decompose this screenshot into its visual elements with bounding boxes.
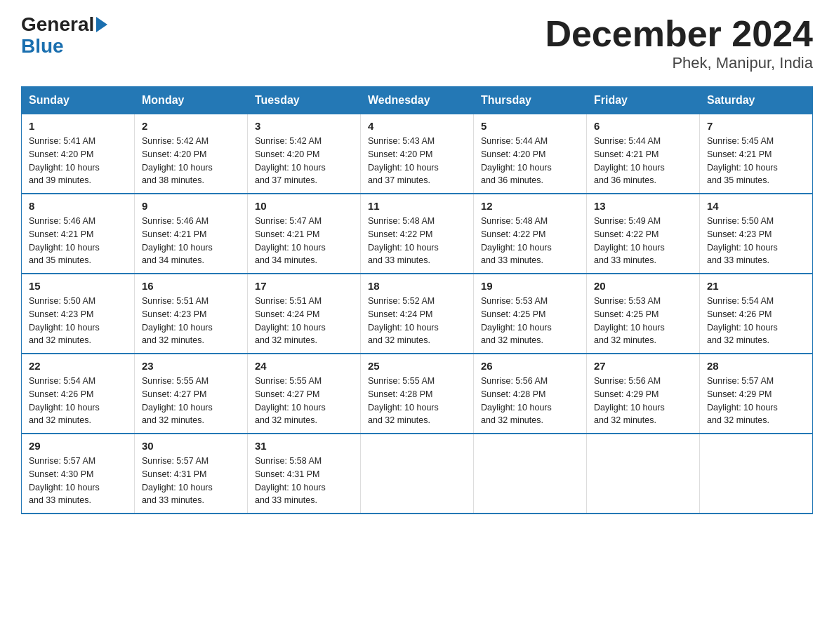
day-info: Sunrise: 5:58 AMSunset: 4:31 PMDaylight:…: [255, 456, 326, 505]
calendar-body: 1 Sunrise: 5:41 AMSunset: 4:20 PMDayligh…: [22, 114, 813, 514]
day-cell: 9 Sunrise: 5:46 AMSunset: 4:21 PMDayligh…: [135, 194, 248, 274]
day-number: 17: [255, 280, 353, 292]
header-day-wednesday: Wednesday: [361, 87, 474, 114]
day-info: Sunrise: 5:56 AMSunset: 4:28 PMDaylight:…: [481, 376, 552, 425]
day-number: 5: [481, 120, 579, 132]
day-info: Sunrise: 5:50 AMSunset: 4:23 PMDaylight:…: [29, 296, 100, 345]
day-cell: 1 Sunrise: 5:41 AMSunset: 4:20 PMDayligh…: [22, 114, 135, 194]
day-number: 4: [368, 120, 466, 132]
day-info: Sunrise: 5:49 AMSunset: 4:22 PMDaylight:…: [594, 216, 665, 265]
day-cell: 2 Sunrise: 5:42 AMSunset: 4:20 PMDayligh…: [135, 114, 248, 194]
day-info: Sunrise: 5:54 AMSunset: 4:26 PMDaylight:…: [707, 296, 778, 345]
day-number: 31: [255, 440, 353, 452]
day-number: 25: [368, 360, 466, 372]
day-info: Sunrise: 5:55 AMSunset: 4:27 PMDaylight:…: [255, 376, 326, 425]
day-number: 6: [594, 120, 692, 132]
day-number: 14: [707, 200, 805, 212]
title-block: December 2024 Phek, Manipur, India: [545, 14, 813, 72]
day-info: Sunrise: 5:53 AMSunset: 4:25 PMDaylight:…: [481, 296, 552, 345]
day-number: 9: [142, 200, 240, 212]
day-number: 11: [368, 200, 466, 212]
day-number: 10: [255, 200, 353, 212]
day-cell: 3 Sunrise: 5:42 AMSunset: 4:20 PMDayligh…: [248, 114, 361, 194]
day-info: Sunrise: 5:45 AMSunset: 4:21 PMDaylight:…: [707, 136, 778, 185]
day-number: 22: [29, 360, 127, 372]
day-info: Sunrise: 5:44 AMSunset: 4:21 PMDaylight:…: [594, 136, 665, 185]
day-cell: 8 Sunrise: 5:46 AMSunset: 4:21 PMDayligh…: [22, 194, 135, 274]
day-number: 16: [142, 280, 240, 292]
day-number: 21: [707, 280, 805, 292]
day-number: 24: [255, 360, 353, 372]
day-info: Sunrise: 5:42 AMSunset: 4:20 PMDaylight:…: [142, 136, 213, 185]
day-number: 30: [142, 440, 240, 452]
day-cell: 16 Sunrise: 5:51 AMSunset: 4:23 PMDaylig…: [135, 274, 248, 354]
day-info: Sunrise: 5:42 AMSunset: 4:20 PMDaylight:…: [255, 136, 326, 185]
day-info: Sunrise: 5:46 AMSunset: 4:21 PMDaylight:…: [142, 216, 213, 265]
day-cell: 21 Sunrise: 5:54 AMSunset: 4:26 PMDaylig…: [700, 274, 813, 354]
logo: General Blue: [21, 14, 107, 58]
header-day-saturday: Saturday: [700, 87, 813, 114]
day-info: Sunrise: 5:47 AMSunset: 4:21 PMDaylight:…: [255, 216, 326, 265]
day-cell: 18 Sunrise: 5:52 AMSunset: 4:24 PMDaylig…: [361, 274, 474, 354]
day-info: Sunrise: 5:55 AMSunset: 4:28 PMDaylight:…: [368, 376, 439, 425]
day-cell: 30 Sunrise: 5:57 AMSunset: 4:31 PMDaylig…: [135, 434, 248, 514]
day-info: Sunrise: 5:57 AMSunset: 4:29 PMDaylight:…: [707, 376, 778, 425]
logo-blue-text: Blue: [21, 36, 107, 58]
day-info: Sunrise: 5:56 AMSunset: 4:29 PMDaylight:…: [594, 376, 665, 425]
header-day-thursday: Thursday: [474, 87, 587, 114]
day-cell: 7 Sunrise: 5:45 AMSunset: 4:21 PMDayligh…: [700, 114, 813, 194]
day-number: 1: [29, 120, 127, 132]
day-info: Sunrise: 5:52 AMSunset: 4:24 PMDaylight:…: [368, 296, 439, 345]
day-number: 28: [707, 360, 805, 372]
day-number: 7: [707, 120, 805, 132]
day-cell: 19 Sunrise: 5:53 AMSunset: 4:25 PMDaylig…: [474, 274, 587, 354]
day-cell: [361, 434, 474, 514]
day-cell: 22 Sunrise: 5:54 AMSunset: 4:26 PMDaylig…: [22, 354, 135, 434]
day-number: 13: [594, 200, 692, 212]
day-cell: 23 Sunrise: 5:55 AMSunset: 4:27 PMDaylig…: [135, 354, 248, 434]
day-cell: 27 Sunrise: 5:56 AMSunset: 4:29 PMDaylig…: [587, 354, 700, 434]
day-number: 8: [29, 200, 127, 212]
day-cell: 17 Sunrise: 5:51 AMSunset: 4:24 PMDaylig…: [248, 274, 361, 354]
header-day-tuesday: Tuesday: [248, 87, 361, 114]
day-info: Sunrise: 5:57 AMSunset: 4:30 PMDaylight:…: [29, 456, 100, 505]
page-subtitle: Phek, Manipur, India: [545, 54, 813, 72]
day-number: 3: [255, 120, 353, 132]
page-header: General Blue December 2024 Phek, Manipur…: [21, 14, 813, 72]
day-number: 15: [29, 280, 127, 292]
day-info: Sunrise: 5:54 AMSunset: 4:26 PMDaylight:…: [29, 376, 100, 425]
day-cell: 31 Sunrise: 5:58 AMSunset: 4:31 PMDaylig…: [248, 434, 361, 514]
day-number: 27: [594, 360, 692, 372]
day-cell: 25 Sunrise: 5:55 AMSunset: 4:28 PMDaylig…: [361, 354, 474, 434]
day-info: Sunrise: 5:44 AMSunset: 4:20 PMDaylight:…: [481, 136, 552, 185]
calendar-header: SundayMondayTuesdayWednesdayThursdayFrid…: [22, 87, 813, 114]
day-info: Sunrise: 5:43 AMSunset: 4:20 PMDaylight:…: [368, 136, 439, 185]
day-number: 29: [29, 440, 127, 452]
day-info: Sunrise: 5:48 AMSunset: 4:22 PMDaylight:…: [368, 216, 439, 265]
day-info: Sunrise: 5:46 AMSunset: 4:21 PMDaylight:…: [29, 216, 100, 265]
day-cell: 24 Sunrise: 5:55 AMSunset: 4:27 PMDaylig…: [248, 354, 361, 434]
day-cell: 6 Sunrise: 5:44 AMSunset: 4:21 PMDayligh…: [587, 114, 700, 194]
day-cell: 26 Sunrise: 5:56 AMSunset: 4:28 PMDaylig…: [474, 354, 587, 434]
logo-row1: General: [21, 14, 107, 36]
day-number: 26: [481, 360, 579, 372]
day-cell: 12 Sunrise: 5:48 AMSunset: 4:22 PMDaylig…: [474, 194, 587, 274]
day-cell: 20 Sunrise: 5:53 AMSunset: 4:25 PMDaylig…: [587, 274, 700, 354]
header-day-sunday: Sunday: [22, 87, 135, 114]
logo-general-text: General: [21, 14, 94, 36]
logo-block: General Blue: [21, 14, 107, 58]
day-cell: 15 Sunrise: 5:50 AMSunset: 4:23 PMDaylig…: [22, 274, 135, 354]
day-cell: [587, 434, 700, 514]
day-info: Sunrise: 5:53 AMSunset: 4:25 PMDaylight:…: [594, 296, 665, 345]
day-number: 2: [142, 120, 240, 132]
day-cell: 28 Sunrise: 5:57 AMSunset: 4:29 PMDaylig…: [700, 354, 813, 434]
day-number: 19: [481, 280, 579, 292]
calendar-table: SundayMondayTuesdayWednesdayThursdayFrid…: [21, 86, 813, 514]
day-number: 23: [142, 360, 240, 372]
header-day-monday: Monday: [135, 87, 248, 114]
day-info: Sunrise: 5:57 AMSunset: 4:31 PMDaylight:…: [142, 456, 213, 505]
day-info: Sunrise: 5:41 AMSunset: 4:20 PMDaylight:…: [29, 136, 100, 185]
day-cell: 10 Sunrise: 5:47 AMSunset: 4:21 PMDaylig…: [248, 194, 361, 274]
day-cell: 5 Sunrise: 5:44 AMSunset: 4:20 PMDayligh…: [474, 114, 587, 194]
week-row-1: 1 Sunrise: 5:41 AMSunset: 4:20 PMDayligh…: [22, 114, 813, 194]
